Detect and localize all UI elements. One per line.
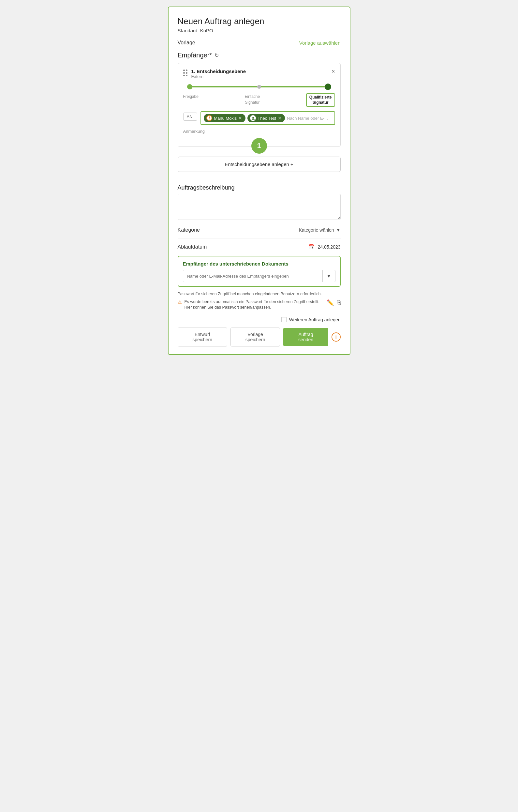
senden-button[interactable]: Auftrag senden [283,328,328,346]
ablaufdatum-value[interactable]: 📅 24.05.2023 [308,244,340,250]
warning-chip-icon: ! [206,115,212,121]
drag-dot [186,69,187,71]
empfaenger-dokument-chevron[interactable]: ▼ [323,270,335,282]
card-header-left: 1. Entscheidungsebene Extern [183,68,246,79]
recipient-chip-theo: Theo Test ✕ [247,114,285,122]
anmerkung-label: Anmerkung [183,129,335,134]
chip-close-theo[interactable]: ✕ [278,116,282,120]
number-badge: 1 [251,138,267,154]
recipient-chip-manu: ! Manu Moxis ✕ [204,114,245,122]
ablaufdatum-date: 24.05.2023 [317,244,340,250]
edit-icon[interactable]: ✏️ [327,299,334,306]
search-placeholder: Nach Name oder E-... [287,116,328,121]
label-qualifiziert: Qualifizierte Signatur [306,93,335,107]
recipients-input-box[interactable]: ! Manu Moxis ✕ Theo Test ✕ Nach Name ode… [201,111,335,125]
card-subtitle: Extern [191,74,246,79]
an-label: AN: [183,113,197,121]
refresh-icon[interactable]: ↻ [214,52,219,58]
chevron-down-icon: ▼ [336,227,341,233]
signature-slider: Freigabe EinfacheSignatur Qualifizierte … [183,84,335,111]
passwort-section: Passwort für sicheren Zugriff bei manche… [178,291,341,313]
an-row: AN: ! Manu Moxis ✕ Theo Test ✕ Nach Name… [183,111,335,125]
slider-label-freigabe: Freigabe [183,93,199,107]
kategorie-row: Kategorie Kategorie wählen ▼ [178,227,341,233]
card-title: 1. Entscheidungsebene [191,68,246,74]
vorlage-label: Vorlage [178,40,195,46]
label-freigabe: Freigabe [183,94,199,99]
label-q-line1: Qualifizierte [309,95,332,99]
drag-dot [186,75,187,76]
ablaufdatum-row: Ablaufdatum 📅 24.05.2023 [178,244,341,250]
passwort-row: ⚠ Es wurde bereits automatisch ein Passw… [178,299,341,313]
auftragsbeschreibung-label: Auftragsbeschreibung [178,184,341,191]
dot-qualifiziert [325,84,331,90]
empfaenger-dokument-box: Empfänger des unterschriebenen Dokuments… [178,256,341,287]
slider-label-einfach: EinfacheSignatur [199,93,306,107]
footer-buttons: Entwurf speichern Vorlage speichern Auft… [178,327,341,346]
slider-label-qualifiziert: Qualifizierte Signatur [306,93,335,107]
vorlage-row: Vorlage Vorlage auswählen [178,40,341,46]
drag-handle[interactable] [183,69,187,76]
passwort-line2: Es wurde bereits automatisch ein Passwor… [184,299,324,311]
empfaenger-dokument-input: ▼ [183,270,335,282]
weiterer-auftrag-checkbox[interactable] [281,317,286,322]
entscheidungsebene-card: 1. Entscheidungsebene Extern × Freigabe [178,63,341,147]
dot-einfach [257,85,261,89]
page-title: Neuen Auftrag anlegen [178,16,341,26]
chip-name-manu: Manu Moxis [214,116,237,121]
chip-name-theo: Theo Test [257,116,276,121]
label-q-line2: Signatur [313,100,329,105]
label-einfach: EinfacheSignatur [244,94,260,105]
page-subtitle: Standard_KuPO [178,28,341,33]
empfaenger-header: Empfänger* ↻ [178,52,341,59]
slider-labels-row: Freigabe EinfacheSignatur Qualifizierte … [183,93,335,107]
calendar-icon: 📅 [308,244,315,250]
vorlage-button[interactable]: Vorlage speichern [231,327,280,346]
main-form: Neuen Auftrag anlegen Standard_KuPO Vorl… [168,6,351,355]
person-chip-icon [250,115,256,121]
drag-dot [186,72,187,74]
kategorie-select-text: Kategorie wählen [299,227,334,233]
weiterer-auftrag-label: Weiteren Auftrag anlegen [289,317,341,322]
drag-dot [183,69,185,71]
dot-freigabe [187,84,192,89]
entwurf-button[interactable]: Entwurf speichern [178,327,227,346]
copy-icon[interactable]: ⎘ [337,299,341,306]
empfaenger-title: Empfänger* [178,52,212,59]
auftragsbeschreibung-textarea[interactable] [178,194,341,220]
chip-close-manu[interactable]: ✕ [238,116,242,120]
info-button[interactable]: i [332,332,341,342]
add-ebene-button[interactable]: Entscheidungsebene anlegen + [178,156,341,172]
empfaenger-dokument-field[interactable] [183,270,323,282]
ablaufdatum-label: Ablaufdatum [178,244,207,250]
kategorie-select[interactable]: Kategorie wählen ▼ [299,227,340,233]
card-title-block: 1. Entscheidungsebene Extern [191,68,246,79]
weiterer-auftrag-row: Weiteren Auftrag anlegen [178,317,341,322]
empfaenger-dokument-title: Empfänger des unterschriebenen Dokuments [183,261,335,266]
vorlage-link[interactable]: Vorlage auswählen [299,40,341,46]
close-button[interactable]: × [332,68,335,75]
card-header: 1. Entscheidungsebene Extern × [183,68,335,79]
drag-dot [183,72,185,74]
kategorie-label: Kategorie [178,227,200,233]
divider [178,238,341,238]
drag-dot [183,75,185,76]
passwort-actions: ✏️ ⎘ [327,299,341,306]
passwort-line1: Passwort für sicheren Zugriff bei manche… [178,291,341,297]
svg-point-0 [252,117,254,118]
passwort-warning-icon: ⚠ [178,299,182,305]
